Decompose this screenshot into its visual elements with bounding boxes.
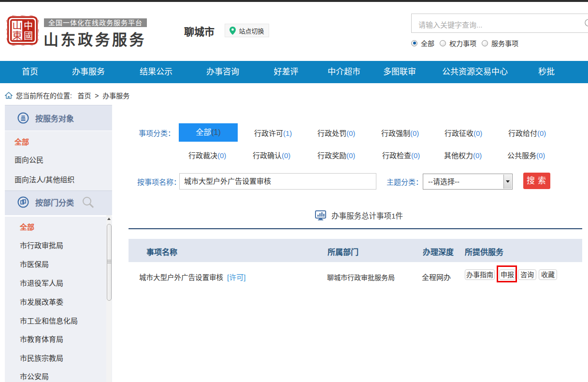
svg-text:東: 東 xyxy=(13,30,22,41)
svg-text:山: 山 xyxy=(13,20,22,31)
svg-text:國: 國 xyxy=(24,31,33,41)
svg-text:中: 中 xyxy=(24,21,33,31)
